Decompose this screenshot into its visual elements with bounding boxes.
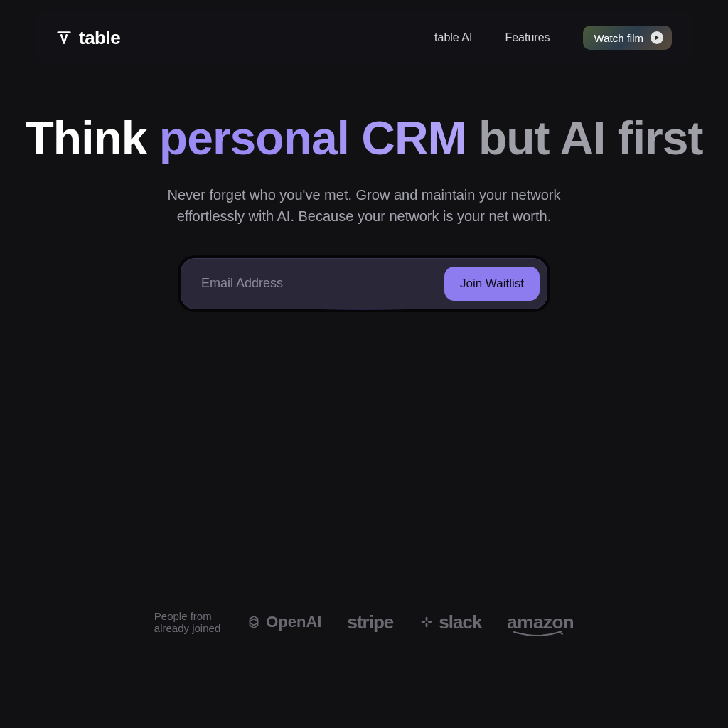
logo[interactable]: table (56, 27, 120, 49)
join-waitlist-button[interactable]: Join Waitlist (444, 267, 540, 301)
amazon-smile-icon (513, 631, 564, 638)
slack-icon (419, 614, 434, 630)
brand-slack: slack (419, 611, 481, 633)
email-form: Join Waitlist (181, 258, 547, 309)
svg-rect-6 (426, 623, 428, 628)
hero-subtitle: Never forget who you've met. Grow and ma… (151, 184, 577, 227)
nav-link-features[interactable]: Features (505, 31, 550, 44)
nav: table AI Features Watch film (434, 26, 672, 50)
brand-stripe: stripe (347, 611, 393, 633)
email-input[interactable] (201, 276, 444, 291)
header: table table AI Features Watch film (36, 12, 692, 63)
brand-stripe-label: stripe (347, 611, 393, 633)
social-proof: People from already joined OpenAI stripe… (0, 610, 728, 635)
openai-icon (246, 614, 262, 630)
svg-line-2 (64, 35, 67, 43)
brand-openai-label: OpenAI (266, 613, 321, 631)
play-icon (651, 31, 663, 44)
social-proof-line-2: already joined (154, 622, 220, 634)
svg-rect-5 (426, 617, 428, 621)
logo-text: table (79, 27, 120, 49)
logo-icon (56, 30, 72, 46)
hero: Think personal CRM but AI first Never fo… (0, 112, 728, 309)
brand-openai: OpenAI (246, 613, 321, 631)
svg-rect-3 (422, 621, 426, 623)
hero-title: Think personal CRM but AI first (26, 112, 703, 164)
svg-rect-4 (428, 621, 432, 623)
watch-film-label: Watch film (594, 32, 643, 44)
hero-title-part-1: Think (26, 112, 159, 164)
nav-link-table-ai[interactable]: table AI (434, 31, 472, 44)
watch-film-button[interactable]: Watch film (583, 26, 672, 50)
hero-title-part-2: personal CRM (159, 112, 466, 164)
hero-title-part-3: but AI first (466, 112, 703, 164)
social-proof-line-1: People from (154, 610, 220, 622)
brand-amazon: amazon (507, 611, 574, 633)
brand-slack-label: slack (439, 611, 481, 633)
social-proof-text: People from already joined (154, 610, 220, 635)
